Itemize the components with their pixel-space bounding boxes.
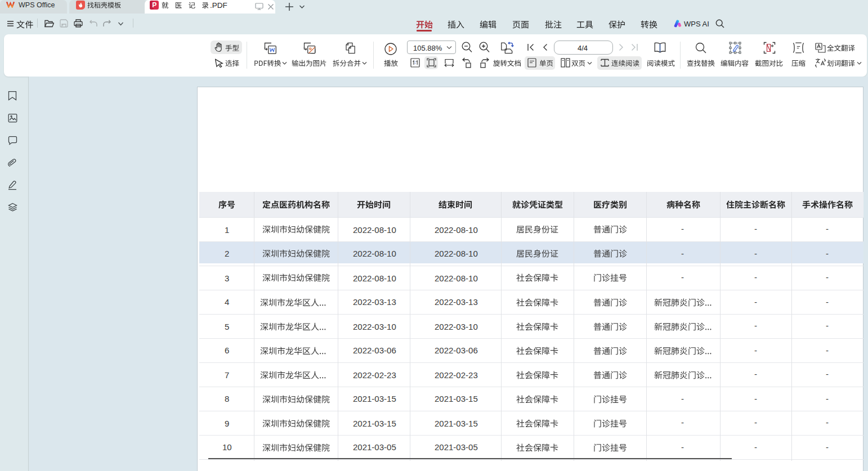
svg-text:P: P bbox=[152, 1, 156, 9]
